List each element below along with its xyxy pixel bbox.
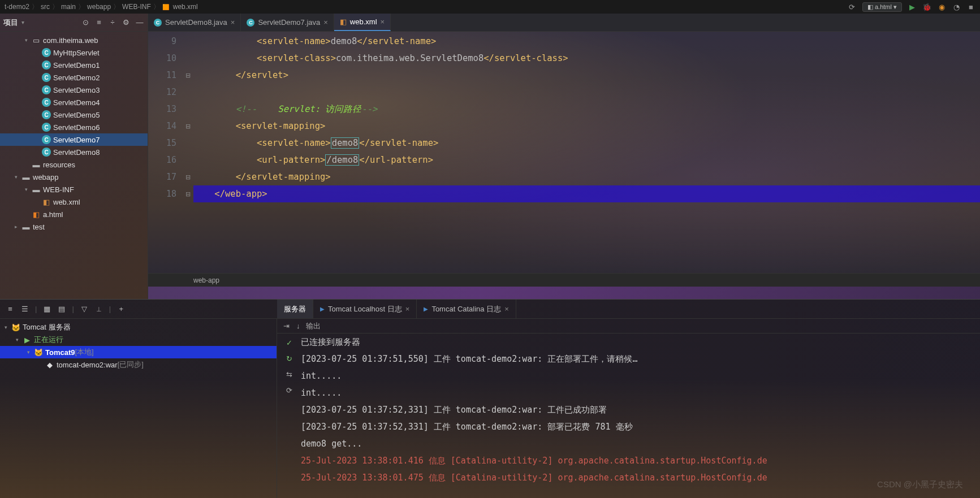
chevron-down-icon[interactable]: ▾: [21, 19, 24, 25]
collapse-tree-icon[interactable]: ≡: [6, 305, 15, 314]
line-number[interactable]: 9: [148, 33, 176, 50]
hide-icon[interactable]: —: [135, 18, 144, 27]
deployment-tree[interactable]: ▾🐱Tomcat 服务器▾▶正在运行▾🐱Tomcat9 [本地]◆tomcat-…: [0, 319, 277, 498]
profile-icon[interactable]: ◔: [952, 2, 961, 11]
line-number[interactable]: 14: [148, 118, 176, 135]
pin-icon[interactable]: ⟂: [94, 305, 103, 314]
console-output[interactable]: 已连接到服务器[2023-07-25 01:37:51,550] 工件 tomc…: [301, 334, 980, 498]
deployment-tree-item[interactable]: ▾▶正在运行: [0, 334, 277, 346]
code-line[interactable]: <!-- Servlet: 访问路径-->: [193, 101, 980, 118]
editor-tab[interactable]: CServletDemo7.java×: [241, 14, 334, 31]
stop-icon[interactable]: ■: [966, 2, 975, 11]
close-icon[interactable]: ×: [323, 18, 328, 27]
editor-tab[interactable]: CServletDemo8.java×: [148, 14, 241, 31]
run-tab[interactable]: ▶Tomcat Localhost 日志×: [313, 300, 417, 318]
close-icon[interactable]: ×: [381, 18, 385, 26]
gutter[interactable]: 9101112131415161718: [148, 32, 182, 273]
run-tab[interactable]: ▶Tomcat Catalina 日志×: [417, 300, 516, 318]
fold-icon[interactable]: ⊟: [182, 185, 193, 202]
close-icon[interactable]: ×: [405, 305, 410, 313]
deployment-tree-item[interactable]: ▾🐱Tomcat9 [本地]: [0, 346, 277, 358]
add-icon[interactable]: +: [116, 305, 126, 314]
close-icon[interactable]: ×: [231, 18, 235, 27]
check-icon[interactable]: ✓: [284, 338, 293, 347]
tree-item[interactable]: ◧web.xml: [0, 196, 148, 208]
line-number[interactable]: 16: [148, 151, 176, 168]
code-line[interactable]: </servlet>: [193, 67, 980, 84]
tree-item[interactable]: CServletDemo5: [0, 109, 148, 121]
breadcrumb-segment[interactable]: src: [41, 3, 50, 11]
fold-icon[interactable]: [182, 101, 193, 118]
tree-item[interactable]: ▾▭com.itheima.web: [0, 34, 148, 46]
tree-item[interactable]: ▾▬webapp: [0, 171, 148, 183]
fold-column[interactable]: ⊟⊟⊟⊟: [182, 32, 193, 273]
line-number[interactable]: 12: [148, 84, 176, 101]
tree-item[interactable]: CServletDemo8: [0, 146, 148, 158]
fold-icon[interactable]: [182, 50, 193, 67]
breadcrumb-segment[interactable]: webapp: [87, 3, 111, 11]
tree-item[interactable]: ▬resources: [0, 158, 148, 171]
fold-icon[interactable]: ⊟: [182, 168, 193, 185]
tree-item[interactable]: ◧a.html: [0, 208, 148, 220]
run-config-selector[interactable]: ◧ a.html ▾: [862, 2, 902, 12]
step-icon[interactable]: ⇆: [284, 370, 293, 379]
breadcrumb-segment[interactable]: web.xml: [173, 3, 198, 11]
line-number[interactable]: 15: [148, 135, 176, 151]
breadcrumb-segment[interactable]: t-demo2: [5, 3, 29, 11]
coverage-icon[interactable]: ◉: [937, 2, 946, 11]
line-number[interactable]: 18: [148, 185, 176, 202]
code-editor[interactable]: <servlet-name>demo8</servlet-name> <serv…: [193, 32, 980, 273]
code-line[interactable]: <servlet-name>demo8</servlet-name>: [193, 135, 980, 151]
rerun-icon[interactable]: ↻: [284, 354, 293, 363]
fold-icon[interactable]: [182, 33, 193, 50]
scroll-to-end-icon[interactable]: ⇥: [282, 322, 291, 331]
grid2-icon[interactable]: ▤: [57, 305, 66, 314]
code-line[interactable]: <servlet-name>demo8</servlet-name>: [193, 33, 980, 50]
code-line[interactable]: [193, 84, 980, 101]
grid-icon[interactable]: ▦: [42, 305, 51, 314]
line-number[interactable]: 17: [148, 168, 176, 185]
sync-icon[interactable]: ⟳: [848, 2, 857, 11]
expand-all-icon[interactable]: ≡: [94, 18, 103, 27]
editor-tab[interactable]: ◧web.xml×: [334, 14, 391, 31]
code-line[interactable]: <servlet-class>com.itheima.web.ServletDe…: [193, 50, 980, 67]
deployment-tree-item[interactable]: ◆tomcat-demo2:war [已同步]: [0, 358, 277, 371]
code-line[interactable]: </servlet-mapping>: [193, 168, 980, 185]
project-tree[interactable]: ▾▭com.itheima.webCMyHttpServletCServletD…: [0, 32, 148, 299]
tree-item[interactable]: CServletDemo6: [0, 121, 148, 133]
expand-tree-icon[interactable]: ☰: [20, 305, 29, 314]
code-line[interactable]: <servlet-mapping>: [193, 118, 980, 135]
fold-icon[interactable]: ⊟: [182, 118, 193, 135]
tree-item[interactable]: CServletDemo3: [0, 84, 148, 96]
editor-breadcrumb-bar[interactable]: web-app: [148, 273, 980, 287]
filter-icon[interactable]: ▽: [80, 305, 89, 314]
debug-icon[interactable]: 🐞: [922, 2, 931, 11]
line-number[interactable]: 11: [148, 67, 176, 84]
tree-item[interactable]: ▸▬test: [0, 220, 148, 233]
tree-item[interactable]: CServletDemo7: [0, 133, 148, 146]
tree-item[interactable]: CServletDemo4: [0, 96, 148, 109]
fold-icon[interactable]: ⊟: [182, 67, 193, 84]
tree-item[interactable]: CServletDemo2: [0, 71, 148, 84]
fold-icon[interactable]: [182, 84, 193, 101]
run-tab[interactable]: 服务器: [277, 300, 313, 318]
fold-icon[interactable]: [182, 151, 193, 168]
code-line[interactable]: </web-app>: [193, 185, 980, 202]
breadcrumb-segment[interactable]: main: [61, 3, 76, 11]
deployment-tree-item[interactable]: ▾🐱Tomcat 服务器: [0, 321, 277, 334]
close-icon[interactable]: ×: [504, 305, 509, 313]
run-icon[interactable]: ▶: [908, 2, 917, 11]
line-number[interactable]: 13: [148, 101, 176, 118]
breadcrumb-segment[interactable]: WEB-INF: [122, 3, 151, 11]
select-opened-file-icon[interactable]: ⊙: [81, 18, 90, 27]
line-number[interactable]: 10: [148, 50, 176, 67]
settings-icon[interactable]: ⚙: [122, 18, 131, 27]
breadcrumbs[interactable]: t-demo2〉src〉main〉webapp〉WEB-INF〉🟧web.xml: [5, 2, 198, 12]
tree-item[interactable]: ▾▬WEB-INF: [0, 183, 148, 196]
collapse-all-icon[interactable]: ÷: [108, 18, 117, 27]
tree-item[interactable]: CMyHttpServlet: [0, 46, 148, 59]
refresh-icon[interactable]: ⟳: [284, 386, 293, 395]
code-line[interactable]: <url-pattern>/demo8</url-pattern>: [193, 151, 980, 168]
fold-icon[interactable]: [182, 135, 193, 151]
tree-item[interactable]: CServletDemo1: [0, 59, 148, 71]
